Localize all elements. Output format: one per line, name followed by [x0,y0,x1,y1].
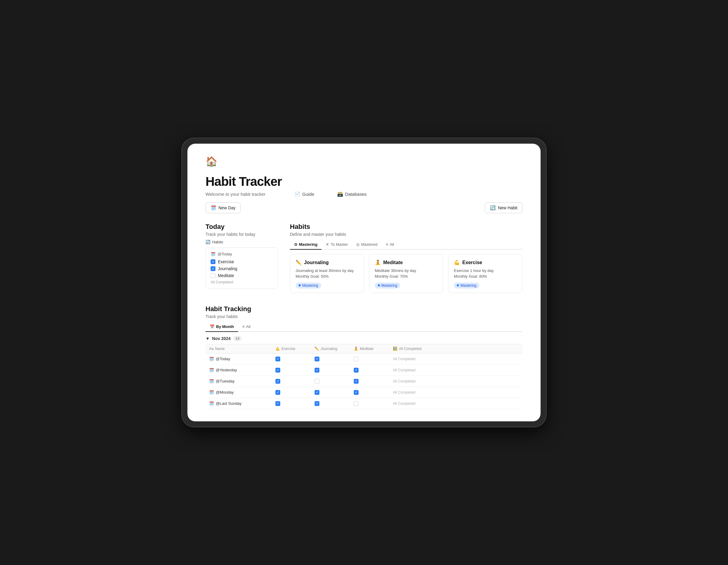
meditate-check-2[interactable] [354,379,359,384]
td-journaling-2[interactable] [311,379,350,384]
group-collapse-icon[interactable]: ▼ [206,336,210,341]
tab-mastering[interactable]: ⊙ Mastering [290,240,322,250]
tab-to-master[interactable]: ✕ To Master [322,240,352,250]
th-meditate: 🧘 Meditate [350,347,389,351]
new-habit-button[interactable]: 🔄 New Habit [485,203,522,213]
td-meditate-1[interactable] [350,368,389,372]
welcome-text: Welcome to your habit tracker [206,192,265,197]
journaling-check-3[interactable] [315,390,319,395]
tab-all[interactable]: ≡ All [382,240,398,250]
td-meditate-2[interactable] [350,379,389,384]
td-meditate-0[interactable] [350,356,389,361]
habit-row-meditate[interactable]: Meditate [211,273,273,278]
meditate-label: Meditate [218,273,234,278]
td-exercise-0[interactable] [272,356,311,361]
habits-sub-label: Habits [212,240,223,244]
new-habit-label: New Habit [498,206,517,210]
tracking-title: Habit Tracking [206,305,522,313]
databases-link[interactable]: 🗃️ Databases [337,191,367,197]
td-exercise-4[interactable] [272,401,311,406]
exercise-checkbox[interactable] [211,259,215,264]
new-day-button[interactable]: 🗓️ New Day [206,203,241,213]
journaling-checkbox[interactable] [211,266,215,271]
group-count: 14 [233,336,242,341]
td-exercise-2[interactable] [272,379,311,384]
journaling-dot [299,284,301,286]
new-habit-icon: 🔄 [490,205,496,211]
databases-icon: 🗃️ [337,191,343,197]
meditate-checkbox[interactable] [211,273,215,278]
exercise-card-icon: 💪 [454,260,460,265]
th-name-icon: Aa [209,347,214,351]
td-name-0: 🗓️ @Today [206,356,272,361]
tab-by-month[interactable]: 📅 By Month [206,322,238,332]
td-journaling-4[interactable] [311,401,350,406]
exercise-check-1[interactable] [275,368,280,372]
home-icon[interactable]: 🏠 [206,156,522,167]
guide-icon: 📄 [294,191,300,197]
all-completed-label: All Completed [211,280,273,284]
td-exercise-1[interactable] [272,368,311,372]
habits-sub-icon: 🔄 [206,240,210,244]
td-all-completed-3: All Completed [389,390,438,394]
journaling-check-0[interactable] [315,356,319,361]
meditate-check-3[interactable] [354,390,359,395]
habit-card-meditate: 🧘 Meditate Meditate 30mins by day Monthl… [369,254,444,293]
meditate-check-1[interactable] [354,368,359,372]
databases-label: Databases [345,192,367,197]
habits-tabs: ⊙ Mastering ✕ To Master ◎ Mastered ≡ All [290,240,522,250]
journaling-badge: Mastering [296,282,321,288]
th-all-completed: 🖼️ All Completed [389,347,438,351]
today-card: 🗓️ @Today Exercise Journaling Medit [206,247,278,289]
tracking-tabs: 📅 By Month ≡ All [206,322,522,332]
group-label: Nov 2024 [212,336,231,341]
journaling-check-4[interactable] [315,401,319,406]
td-journaling-3[interactable] [311,390,350,395]
td-meditate-4[interactable] [350,401,389,406]
td-name-4: 🗓️ @Last Sunday [206,401,272,406]
journaling-card-icon: ✏️ [296,260,302,265]
row-icon-0: 🗓️ [209,356,214,361]
habit-row-journaling[interactable]: Journaling [211,266,273,271]
meditate-badge: Mastering [375,282,400,288]
meditate-dot [378,284,380,286]
habit-card-journaling: ✏️ Journaling Journaling at least 30mins… [290,254,364,293]
meditate-check-0[interactable] [354,356,359,361]
td-journaling-0[interactable] [311,356,350,361]
td-name-1: 🗓️ @Yesterday [206,368,272,372]
journaling-check-1[interactable] [315,368,319,372]
th-exercise-icon: 💪 [275,347,280,351]
exercise-check-2[interactable] [275,379,280,384]
habit-row-exercise[interactable]: Exercise [211,259,273,264]
th-exercise: 💪 Exercise [272,347,311,351]
th-journaling: ✏️ Journaling [311,347,350,351]
td-journaling-1[interactable] [311,368,350,372]
guide-label: Guide [302,192,314,197]
table-row: 🗓️ @Yesterday All Completed [206,365,522,376]
today-title: Today [206,223,278,231]
td-all-completed-2: All Completed [389,379,438,383]
td-exercise-3[interactable] [272,390,311,395]
row-icon-4: 🗓️ [209,401,214,406]
meditate-card-desc: Meditate 30mins by day [375,269,438,273]
exercise-badge: Mastering [454,282,479,288]
exercise-check-0[interactable] [275,356,280,361]
journaling-check-2[interactable] [315,379,319,384]
today-date-icon: 🗓️ [211,252,215,256]
today-section: Today Track your habits for today 🔄 Habi… [206,223,278,293]
mastering-icon: ⊙ [294,242,297,247]
exercise-check-3[interactable] [275,390,280,395]
all-icon: ≡ [386,242,388,247]
td-all-completed-0: All Completed [389,357,438,361]
journaling-card-goal: Monthly Goal: 50% [296,274,359,279]
td-meditate-3[interactable] [350,390,389,395]
new-day-label: New Day [218,206,236,210]
tab-tracking-all[interactable]: ≡ All [238,322,255,332]
exercise-check-4[interactable] [275,401,280,406]
tab-mastered[interactable]: ◎ Mastered [352,240,381,250]
tracking-all-label: All [246,324,250,329]
habits-desc: Define and master your habits [290,232,522,237]
by-month-label: By Month [216,324,234,329]
meditate-check-4[interactable] [354,401,359,406]
guide-link[interactable]: 📄 Guide [294,191,314,197]
